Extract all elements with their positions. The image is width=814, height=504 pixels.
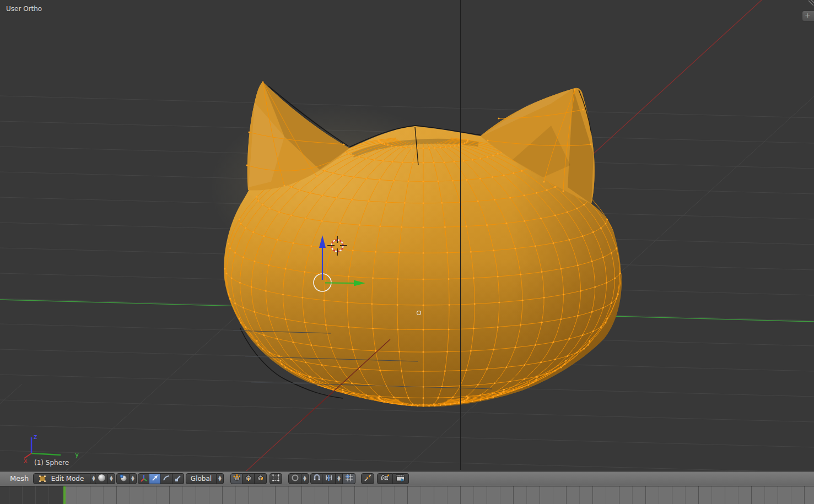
viewport-scene[interactable] bbox=[0, 0, 814, 471]
timeline-frame-tick bbox=[447, 486, 448, 504]
manipulator-cluster bbox=[138, 473, 184, 484]
timeline-frame-tick bbox=[196, 486, 196, 504]
timeline-frame-tick bbox=[540, 486, 540, 504]
timeline-frame-tick bbox=[48, 486, 49, 504]
viewport-shading-solid-icon bbox=[98, 474, 106, 484]
edit-mode-icon bbox=[37, 475, 48, 483]
manipulator-translate-button[interactable] bbox=[149, 473, 161, 484]
timeline-frame-tick bbox=[500, 486, 500, 504]
pivot-stepper[interactable]: ▲▼ bbox=[130, 473, 137, 484]
proportional-edit-circle-icon bbox=[291, 474, 299, 484]
absolute-grid-snap-button[interactable] bbox=[343, 473, 355, 484]
proportional-stepper[interactable]: ▲▼ bbox=[301, 473, 309, 484]
snap-element-dropdown[interactable] bbox=[322, 473, 336, 484]
cat-head-mesh[interactable] bbox=[209, 82, 623, 408]
timeline-frame-tick bbox=[778, 486, 778, 504]
manipulator-y-arrow[interactable] bbox=[325, 283, 355, 284]
axis-tripod-icon bbox=[140, 474, 148, 484]
snap-cluster: ▲▼ bbox=[310, 473, 355, 484]
timeline-frame-tick bbox=[62, 486, 62, 504]
timeline-frame-tick bbox=[235, 486, 236, 504]
timeline-frame-tick bbox=[434, 486, 434, 504]
timeline-frame-tick bbox=[645, 486, 646, 504]
timeline-frame-tick bbox=[143, 486, 143, 504]
timeline-frame-tick bbox=[22, 486, 23, 504]
timeline-frame-tick bbox=[103, 486, 104, 504]
timeline-frame-tick bbox=[315, 486, 315, 504]
vertex-select-cube-icon bbox=[233, 474, 241, 484]
face-select-cube-icon bbox=[256, 474, 265, 484]
translate-arrow-icon bbox=[151, 474, 159, 484]
rotate-arc-icon bbox=[163, 474, 170, 484]
mesh-menu[interactable]: Mesh bbox=[10, 474, 29, 483]
timeline-frame-tick bbox=[288, 486, 289, 504]
snap-element-stepper[interactable]: ▲▼ bbox=[336, 473, 343, 484]
shading-dropdown[interactable]: ▲▼ bbox=[95, 473, 115, 484]
timeline-frame-tick bbox=[553, 486, 553, 504]
proportional-edit-dropdown[interactable]: ▲▼ bbox=[288, 473, 309, 484]
mode-dropdown[interactable]: Edit Mode ▲▼ bbox=[33, 473, 98, 484]
pivot-dropdown[interactable]: ▲▼ bbox=[116, 473, 137, 484]
timeline-frame-tick bbox=[249, 486, 249, 504]
timeline-frame-tick bbox=[222, 486, 223, 504]
timeline-frame-tick bbox=[698, 486, 699, 504]
snap-toggle-button[interactable] bbox=[310, 473, 322, 484]
timeline-frame-tick bbox=[619, 486, 619, 504]
view3d-header: Mesh Edit Mode ▲▼ ▲▼ bbox=[0, 471, 814, 486]
timeline-frame-tick bbox=[156, 486, 157, 504]
region-resize-grip[interactable] bbox=[804, 0, 814, 10]
timeline-frame-tick bbox=[275, 486, 276, 504]
timeline-frame-tick bbox=[328, 486, 328, 504]
timeline-frame-tick bbox=[672, 486, 672, 504]
opengl-render-anim-button[interactable] bbox=[393, 473, 409, 484]
shading-stepper[interactable]: ▲▼ bbox=[108, 473, 115, 484]
manipulator-toggle-button[interactable] bbox=[138, 473, 149, 484]
opengl-render-cluster bbox=[377, 473, 409, 484]
region-expand-button[interactable]: + bbox=[802, 10, 814, 21]
timeline-frame-tick bbox=[209, 486, 209, 504]
timeline-playhead[interactable] bbox=[63, 486, 66, 504]
timeline-strip[interactable] bbox=[0, 486, 814, 504]
opengl-render-anim-clapper-icon bbox=[396, 474, 406, 484]
pivot-median-point-icon bbox=[119, 474, 127, 484]
timeline-frame-tick bbox=[711, 486, 712, 504]
timeline-frame-tick bbox=[381, 486, 381, 504]
edge-select-button[interactable] bbox=[242, 473, 255, 484]
axis-gizmo: z y x bbox=[0, 432, 88, 471]
timeline-frame-tick bbox=[341, 486, 342, 504]
gizmo-x-label: x bbox=[24, 457, 28, 464]
gizmo-y-label: y bbox=[75, 451, 79, 458]
absolute-grid-snap-icon bbox=[345, 474, 353, 484]
snap-increment-icon bbox=[325, 474, 333, 484]
timeline-frame-tick bbox=[130, 486, 130, 504]
mode-dropdown-label: Edit Mode bbox=[48, 475, 87, 483]
timeline-frame-tick bbox=[368, 486, 368, 504]
viewport-3d[interactable]: User Ortho (1) Sphere z y x + bbox=[0, 0, 814, 471]
manipulator-scale-button[interactable] bbox=[172, 473, 184, 484]
timeline-frame-tick bbox=[579, 486, 580, 504]
timeline-frame-tick bbox=[169, 486, 170, 504]
scale-icon bbox=[174, 474, 182, 484]
orientation-stepper[interactable]: ▲▼ bbox=[217, 473, 224, 484]
timeline-frame-tick bbox=[473, 486, 474, 504]
timeline-frame-tick bbox=[182, 486, 183, 504]
automerge-toggle[interactable] bbox=[361, 473, 374, 484]
timeline-frame-tick bbox=[804, 486, 805, 504]
timeline-frame-tick bbox=[526, 486, 527, 504]
orientation-dropdown[interactable]: Global ▲▼ bbox=[186, 473, 224, 484]
face-select-button[interactable] bbox=[255, 473, 267, 484]
limit-selection-to-visible-icon bbox=[272, 474, 280, 484]
occlude-toggle[interactable] bbox=[269, 473, 282, 484]
opengl-render-still-button[interactable] bbox=[377, 473, 393, 484]
gizmo-y-axis bbox=[31, 453, 61, 455]
timeline-frame-tick bbox=[659, 486, 659, 504]
vertex-select-button[interactable] bbox=[230, 473, 242, 484]
edge-select-cube-icon bbox=[244, 474, 252, 484]
automerge-icon bbox=[364, 474, 372, 484]
timeline-frame-tick bbox=[487, 486, 487, 504]
blender-window: User Ortho (1) Sphere z y x + Mesh bbox=[0, 0, 814, 504]
timeline-frame-tick bbox=[9, 486, 9, 504]
select-mode-cluster bbox=[230, 473, 267, 484]
manipulator-rotate-button[interactable] bbox=[161, 473, 172, 484]
timeline-frame-tick bbox=[35, 486, 36, 504]
